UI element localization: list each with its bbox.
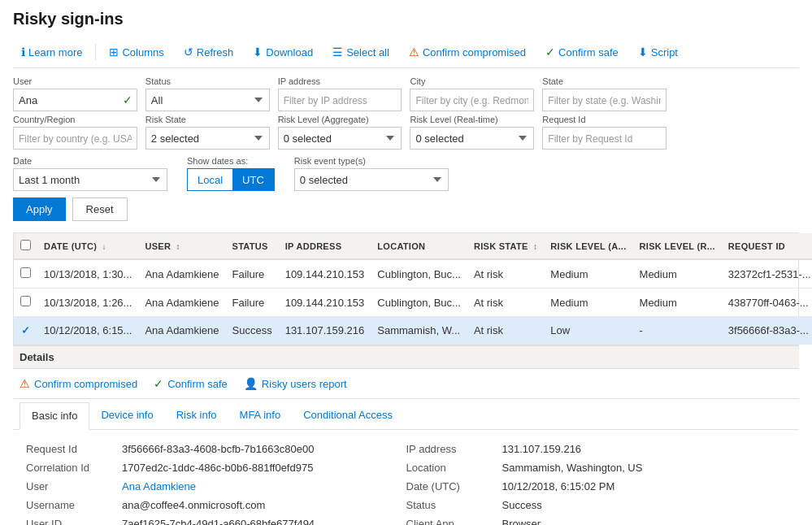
cell-date: 10/13/2018, 1:30... (37, 259, 138, 289)
warning-icon: ⚠ (409, 46, 419, 59)
risk-event-filter-select[interactable]: 0 selected (294, 168, 449, 191)
select-all-button[interactable]: ☰ Select all (324, 41, 397, 63)
user-filter-input[interactable] (13, 89, 137, 111)
cell-ip: 131.107.159.216 (279, 317, 371, 345)
city-filter-input[interactable] (410, 89, 534, 111)
header-user[interactable]: USER ↕ (138, 233, 225, 259)
tab-risk-info[interactable]: Risk info (165, 402, 228, 429)
cell-location: Cublington, Buc... (371, 259, 467, 289)
detail-content-basic-info: Request Id 3f56666f-83a3-4608-bcfb-7b166… (13, 430, 799, 525)
tab-basic-info[interactable]: Basic info (20, 402, 89, 430)
detail-user: User Ana Adamkiene (26, 477, 406, 496)
sort-icon-risk-state: ↕ (533, 242, 537, 251)
detail-date-utc: Date (UTC) 10/12/2018, 6:15:02 PM (406, 477, 787, 496)
risk-level-agg-filter-group: Risk Level (Aggregate) 0 selected Low Me… (278, 115, 402, 150)
ip-filter-label: IP address (278, 76, 402, 86)
cell-ip: 109.144.210.153 (279, 289, 371, 317)
local-date-btn[interactable]: Local (188, 169, 232, 190)
details-actions-bar: ⚠ Confirm compromised ✓ Confirm safe 👤 R… (13, 369, 799, 399)
checkmark-icon: ✓ (154, 377, 163, 390)
ip-filter-group: IP address (278, 76, 402, 111)
details-confirm-compromised-button[interactable]: ⚠ Confirm compromised (20, 377, 137, 390)
header-risk-state[interactable]: RISK STATE ↕ (467, 233, 544, 259)
refresh-button[interactable]: ↺ Refresh (176, 41, 242, 63)
tab-mfa-info[interactable]: MFA info (228, 402, 293, 429)
tab-device-info[interactable]: Device info (89, 402, 164, 429)
date-filter-group: Date Last 1 month Last 7 days Last 24 ho… (13, 156, 167, 191)
cell-risk-state: At risk (467, 317, 544, 345)
cell-risk-state: At risk (467, 259, 544, 289)
user-input-wrapper: ✓ (13, 89, 137, 111)
detail-ip-address: IP address 131.107.159.216 (406, 440, 787, 458)
table-container: DATE (UTC) ↓ USER ↕ STATUS IP ADDRESS LO… (13, 232, 799, 345)
detail-request-id: Request Id 3f56666f-83a3-4608-bcfb-7b166… (26, 440, 406, 458)
details-confirm-safe-button[interactable]: ✓ Confirm safe (154, 377, 228, 390)
country-filter-input[interactable] (13, 127, 137, 150)
sort-icon-date: ↓ (102, 242, 106, 251)
detail-status: Status Success (406, 496, 787, 514)
cell-risk-level-a: Medium (544, 289, 632, 317)
detail-user-id: User ID 7aef1625-7cb4-49d1-a660-68bfe677… (26, 514, 406, 525)
sign-ins-table: DATE (UTC) ↓ USER ↕ STATUS IP ADDRESS LO… (14, 233, 812, 345)
state-filter-label: State (542, 76, 667, 86)
sort-icon-user: ↕ (176, 242, 180, 251)
learn-more-button[interactable]: ℹ Learn more (13, 41, 90, 63)
detail-correlation-id: Correlation Id 1707ed2c-1ddc-486c-b0b6-8… (26, 458, 406, 477)
details-risky-users-button[interactable]: 👤 Risky users report (244, 377, 347, 390)
columns-button[interactable]: ⊞ Columns (101, 41, 172, 63)
cell-location: Cublington, Buc... (371, 289, 467, 317)
risk-level-agg-filter-label: Risk Level (Aggregate) (278, 115, 402, 124)
apply-button[interactable]: Apply (13, 197, 66, 221)
script-button[interactable]: ⬇ Script (630, 41, 686, 63)
utc-date-btn[interactable]: UTC (232, 169, 274, 190)
state-filter-input[interactable] (542, 89, 667, 111)
empty-cell-1 (675, 76, 799, 111)
cell-status: Failure (226, 289, 279, 317)
toolbar: ℹ Learn more ⊞ Columns ↺ Refresh ⬇ Downl… (13, 37, 799, 68)
confirm-compromised-button[interactable]: ⚠ Confirm compromised (401, 41, 534, 63)
show-dates-group: Show dates as: Local UTC (187, 156, 275, 191)
confirm-safe-button[interactable]: ✓ Confirm safe (537, 41, 627, 63)
risk-event-filter-group: Risk event type(s) 0 selected (294, 156, 449, 191)
cell-user: Ana Adamkiene (138, 259, 225, 289)
cell-status: Failure (226, 259, 279, 289)
table-row[interactable]: 10/13/2018, 1:26... Ana Adamkiene Failur… (14, 289, 812, 317)
request-id-filter-label: Request Id (542, 115, 667, 124)
status-filter-select[interactable]: All Failure Success Interrupted (145, 89, 270, 111)
warning-icon: ⚠ (20, 377, 30, 390)
select-all-checkbox[interactable] (20, 240, 31, 250)
page-title: Risky sign-ins (13, 10, 799, 28)
user-filter-label: User (13, 76, 137, 86)
checkmark-icon: ✓ (545, 46, 555, 59)
risk-level-rt-filter-label: Risk Level (Real-time) (410, 115, 534, 124)
risk-state-filter-group: Risk State 2 selected 0 selected At risk… (145, 115, 270, 150)
detail-left-column: Request Id 3f56666f-83a3-4608-bcfb-7b166… (26, 440, 406, 525)
cell-ip: 109.144.210.153 (279, 259, 371, 289)
header-request-id: REQUEST ID (722, 233, 812, 259)
date-filter-select[interactable]: Last 1 month Last 7 days Last 24 hours C… (13, 168, 167, 191)
user-filter-group: User ✓ (13, 76, 137, 111)
download-icon: ⬇ (253, 46, 263, 59)
table-row[interactable]: ✓ 10/12/2018, 6:15... Ana Adamkiene Succ… (14, 317, 812, 345)
header-status: STATUS (226, 233, 279, 259)
tab-conditional-access[interactable]: Conditional Access (292, 402, 404, 429)
download-button[interactable]: ⬇ Download (245, 41, 321, 63)
row-checkbox[interactable] (20, 296, 31, 306)
separator (95, 44, 96, 60)
risk-level-rt-filter-select[interactable]: 0 selected Low Medium High (410, 127, 534, 150)
detail-client-app: Client App Browser (406, 514, 787, 525)
header-date[interactable]: DATE (UTC) ↓ (37, 233, 138, 259)
table-row[interactable]: 10/13/2018, 1:30... Ana Adamkiene Failur… (14, 259, 812, 289)
reset-button[interactable]: Reset (72, 197, 128, 221)
cell-user: Ana Adamkiene (138, 317, 225, 345)
cell-risk-level-a: Low (544, 317, 632, 345)
info-icon: ℹ (21, 46, 25, 59)
risk-level-agg-filter-select[interactable]: 0 selected Low Medium High (278, 127, 402, 150)
state-filter-group: State (542, 76, 667, 111)
ip-filter-input[interactable] (278, 89, 402, 111)
request-id-filter-group: Request Id (542, 115, 667, 150)
risk-state-filter-select[interactable]: 2 selected 0 selected At risk Confirmed … (145, 127, 270, 150)
detail-tabs: Basic info Device info Risk info MFA inf… (13, 402, 799, 430)
request-id-filter-input[interactable] (542, 127, 667, 150)
row-checkbox[interactable] (20, 267, 31, 278)
